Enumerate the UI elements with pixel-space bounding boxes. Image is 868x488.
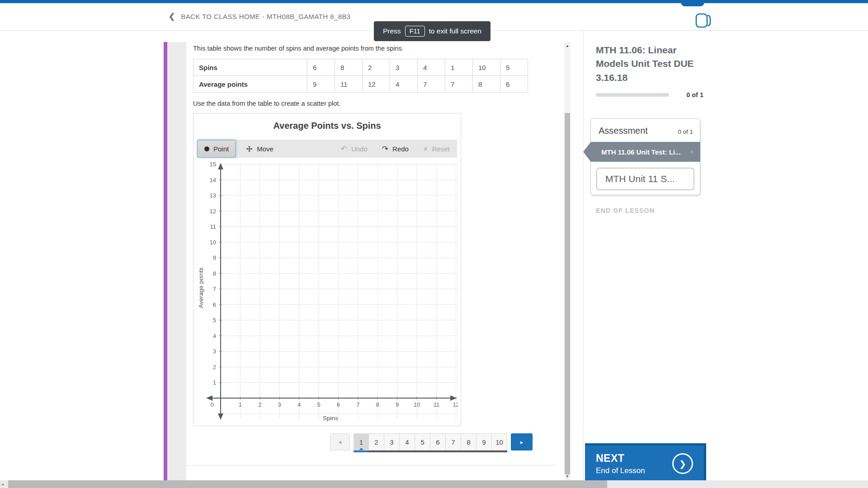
back-chevron-icon: ❮: [169, 12, 175, 21]
lesson-title: MTH 11.06: Linear Models Unit Test DUE 3…: [596, 43, 706, 84]
question-intro: This table shows the number of spins and…: [193, 45, 404, 52]
lesson-accent-bar: [164, 42, 167, 480]
activity-label: MTH 11.06 Unit Test: Li...: [601, 148, 681, 156]
table-cell: 4: [418, 59, 445, 76]
top-tab-notch: [681, 0, 704, 6]
svg-text:3: 3: [278, 401, 281, 408]
resource-item[interactable]: MTH Unit 11 S...: [596, 168, 694, 190]
redo-icon: ↷: [382, 145, 388, 153]
svg-text:2: 2: [213, 364, 216, 371]
end-of-lesson-label: END OF LESSON: [596, 207, 655, 214]
row-header-average-points: Average points: [193, 76, 307, 93]
table-cell: 2: [363, 59, 390, 76]
activity-status-dot: [690, 150, 693, 153]
pagination: ◂ 12345678910 ▸: [330, 433, 533, 452]
svg-text:2: 2: [258, 401, 261, 408]
undo-icon: ↶: [341, 145, 347, 153]
next-label: NEXT: [596, 452, 645, 465]
chart-title: Average Points vs. Spins: [193, 121, 461, 131]
svg-text:14: 14: [210, 177, 216, 183]
scroll-up-icon[interactable]: ▲: [564, 44, 571, 48]
move-tool-button[interactable]: Move: [239, 140, 281, 158]
svg-text:15: 15: [210, 162, 216, 168]
question-panel: This table shows the number of spins and…: [186, 42, 555, 465]
svg-text:4: 4: [213, 333, 216, 339]
undo-button[interactable]: ↶ Undo: [334, 140, 375, 158]
scroll-down-icon[interactable]: ▼: [564, 474, 571, 479]
page-6-button[interactable]: 6: [430, 433, 446, 450]
table-cell: 3: [390, 59, 418, 76]
svg-text:9: 9: [213, 254, 216, 261]
svg-text:3: 3: [213, 348, 216, 355]
move-icon: [246, 145, 253, 152]
next-page-button[interactable]: ▸: [511, 433, 533, 450]
table-cell: 6: [307, 59, 335, 76]
page-3-button[interactable]: 3: [384, 433, 400, 450]
page-5-button[interactable]: 5: [415, 433, 430, 450]
page-10-button[interactable]: 10: [492, 433, 507, 450]
vertical-scrollbar[interactable]: ▲ ▼: [564, 42, 571, 480]
svg-text:11: 11: [210, 223, 217, 230]
svg-text:1: 1: [239, 401, 242, 408]
page-1-button[interactable]: 1: [354, 433, 369, 450]
page-8-button[interactable]: 8: [461, 433, 476, 450]
f11-keycap: F11: [405, 26, 425, 37]
chart-toolbar: Point Move ↶ Undo ↷ Redo ✕ Reset: [197, 140, 457, 158]
svg-text:7: 7: [356, 401, 359, 408]
fullscreen-toast: Press F11 to exit full screen: [374, 21, 491, 41]
activity-item-selected[interactable]: MTH 11.06 Unit Test: Li...: [583, 142, 700, 162]
redo-button[interactable]: ↷ Redo: [375, 140, 416, 158]
progress-bar: [596, 93, 669, 97]
svg-text:10: 10: [210, 239, 216, 246]
svg-text:8: 8: [213, 270, 216, 277]
table-cell: 5: [500, 59, 528, 76]
row-header-spins: Spins: [193, 59, 307, 76]
svg-text:1: 1: [213, 379, 216, 386]
svg-text:11: 11: [434, 401, 440, 408]
horizontal-scrollbar[interactable]: ◂: [0, 480, 868, 488]
svg-text:12: 12: [453, 401, 458, 408]
table-cell: 6: [500, 76, 528, 93]
scroll-left-icon[interactable]: ◂: [1, 482, 4, 487]
next-lesson-button[interactable]: NEXT End of Lesson ❯: [585, 443, 706, 482]
page-buttons: 12345678910: [354, 433, 507, 452]
point-label: Point: [213, 145, 229, 153]
undo-label: Undo: [351, 145, 368, 153]
scatter-plot-widget: Average Points vs. Spins Point Move ↶ Un…: [193, 113, 461, 426]
table-row-spins: Spins 682341105: [193, 59, 528, 76]
window-panes-icon[interactable]: [695, 13, 714, 28]
sidebar-divider: [583, 31, 584, 480]
point-icon: [204, 146, 209, 151]
svg-text:5: 5: [213, 317, 216, 324]
table-cell: 4: [390, 76, 418, 93]
table-cell: 1: [445, 59, 473, 76]
page-2-button[interactable]: 2: [369, 433, 384, 450]
svg-text:10: 10: [414, 401, 420, 408]
table-row-average-points: Average points 9111247786: [193, 76, 528, 93]
content-gutter: [167, 42, 186, 480]
reset-button[interactable]: ✕ Reset: [416, 140, 457, 158]
svg-text:13: 13: [210, 192, 216, 199]
vertical-scroll-thumb[interactable]: [565, 113, 570, 474]
top-accent-bar: [0, 0, 868, 3]
svg-text:7: 7: [213, 286, 216, 292]
plot-area[interactable]: 1234567891011121234567891011121314150Spi…: [197, 162, 458, 425]
move-label: Move: [257, 145, 274, 153]
page-4-button[interactable]: 4: [400, 433, 415, 450]
assessment-count: 0 of 1: [678, 128, 693, 135]
resource-label: MTH Unit 11 S...: [605, 174, 675, 184]
toast-text: to exit full screen: [429, 27, 481, 35]
prev-page-button[interactable]: ◂: [330, 433, 350, 450]
horizontal-scroll-thumb[interactable]: [8, 480, 607, 488]
svg-text:6: 6: [337, 401, 340, 408]
table-cell: 7: [418, 76, 445, 93]
svg-text:Spins: Spins: [323, 415, 338, 422]
table-cell: 10: [473, 59, 500, 76]
page-9-button[interactable]: 9: [476, 433, 492, 450]
back-to-class-link[interactable]: ❮ BACK TO CLASS HOME - MTH08B_GAMATH 8_8…: [169, 12, 351, 21]
svg-text:Average points: Average points: [198, 267, 204, 308]
data-table: Spins 682341105 Average points 911124778…: [193, 59, 528, 93]
page-7-button[interactable]: 7: [446, 433, 461, 450]
point-tool-button[interactable]: Point: [197, 140, 236, 158]
redo-label: Redo: [392, 145, 409, 153]
